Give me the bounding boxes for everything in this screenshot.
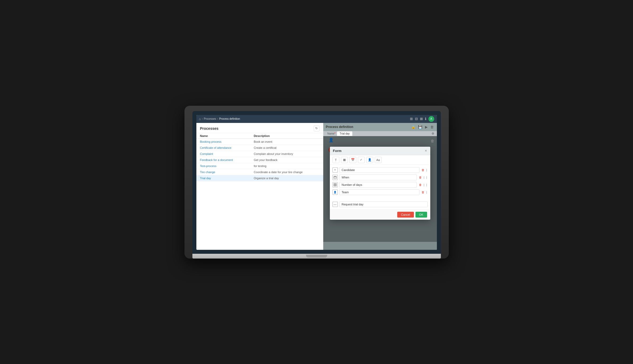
process-name: Complaint <box>200 152 254 155</box>
field-row-when: 🗑 | | <box>332 174 428 180</box>
field-move-icon[interactable]: | <box>426 190 428 194</box>
field-row-team: 👤 🗑 | <box>332 189 428 195</box>
home-icon[interactable]: ⌂ <box>199 117 201 121</box>
field-actions: 🗑 | <box>421 168 428 172</box>
svg-rect-5 <box>335 183 336 185</box>
breadcrumb-area: ⌂ › Processes › Process definition <box>199 117 240 121</box>
modal-title: Form <box>333 149 342 153</box>
when-field-input[interactable] <box>339 174 417 180</box>
process-desc: Complain about your inventory <box>254 152 320 155</box>
table-row[interactable]: Feedback for a document Get your feedbac… <box>196 157 323 163</box>
breadcrumb-processes-link[interactable]: Processes <box>204 117 216 120</box>
process-name: Certificate of attendance <box>200 146 254 149</box>
field-type-user-icon: 👤 <box>332 190 338 195</box>
form-modal: Form × T ▦ 📅 ✓ 👤 Aa <box>330 147 430 220</box>
col-name-header: Name <box>200 134 254 137</box>
table-row[interactable]: Tire change Coordinate a date for your t… <box>196 169 323 175</box>
top-bar-right: ⊞ ⊟ ⊠ ℹ A <box>410 116 434 122</box>
team-field-input[interactable] <box>339 189 419 195</box>
field-move-icon[interactable]: | <box>423 175 425 179</box>
modal-body: T 🗑 | <box>330 165 430 209</box>
submit-field-input[interactable] <box>339 201 428 207</box>
breadcrumb: ⌂ › Processes › Process definition <box>199 117 240 121</box>
process-name: Trial day <box>200 177 254 180</box>
modal-footer: Cancel OK <box>330 209 430 220</box>
table-row[interactable]: Certificate of attendance Create a certi… <box>196 145 323 151</box>
processes-title: Processes <box>200 126 219 131</box>
process-name-tab[interactable]: Trial day <box>337 131 352 136</box>
svg-rect-4 <box>334 183 335 185</box>
table-header: Name Description <box>196 133 323 139</box>
user-avatar[interactable]: A <box>428 116 434 122</box>
ok-button[interactable]: OK <box>415 212 427 218</box>
modal-toolbar: T ▦ 📅 ✓ 👤 Aa <box>330 155 430 165</box>
field-delete-icon[interactable]: 🗑 <box>421 168 425 172</box>
refresh-button[interactable]: ↻ <box>314 126 320 131</box>
config-icon[interactable]: ⚙ <box>432 132 434 135</box>
toolbar-text-icon[interactable]: T <box>332 157 339 163</box>
field-move-icon[interactable]: | <box>426 168 428 172</box>
col-desc-header: Description <box>254 134 320 137</box>
table-row[interactable]: Complaint Complain about your inventory <box>196 151 323 157</box>
sep1-icon: › <box>202 117 203 120</box>
process-desc: for testing <box>254 164 320 168</box>
save-icon[interactable]: 💾 <box>418 125 423 130</box>
process-definition-panel: Process definition 🔒 💾 ▶ 🗑 Name* <box>323 123 437 250</box>
process-desc: Get your feedback <box>254 158 320 162</box>
svg-rect-7 <box>335 185 336 186</box>
table-row[interactable]: Test-process for testing <box>196 163 323 169</box>
grid-icon[interactable]: ⊞ <box>410 117 413 121</box>
processes-header: Processes ↻ <box>196 123 323 133</box>
svg-rect-6 <box>334 185 335 186</box>
field-actions: 🗑 | | <box>418 175 428 179</box>
field-row-candidate: T 🗑 | <box>332 167 428 173</box>
process-def-actions: 🔒 💾 ▶ 🗑 <box>411 125 434 130</box>
field-actions: 🗑 | <box>421 190 428 194</box>
play-icon[interactable]: ▶ <box>424 125 428 130</box>
process-desc: Create a certificat <box>254 146 320 149</box>
number-of-days-field-input[interactable] <box>339 182 417 188</box>
processes-panel: Processes ↻ Name Description Booking pro… <box>196 123 323 250</box>
field-settings-icon[interactable]: | <box>426 183 428 187</box>
modal-header: Form × <box>330 147 430 155</box>
svg-rect-0 <box>334 176 336 179</box>
info-icon[interactable]: ℹ <box>425 117 426 121</box>
table-row[interactable]: Booking process Book an event <box>196 139 323 145</box>
toolbar-text-aa-icon[interactable]: Aa <box>375 157 382 163</box>
close-icon[interactable]: ⊠ <box>420 117 423 121</box>
modal-close-button[interactable]: × <box>425 149 427 153</box>
process-name: Booking process <box>200 140 254 143</box>
process-desc: Organize a trial day <box>254 177 320 180</box>
field-delete-icon[interactable]: 🗑 <box>418 175 422 179</box>
breadcrumb-current: Process definition <box>219 117 240 120</box>
process-name: Test-process <box>200 164 254 168</box>
table-row[interactable]: Trial day Organize a trial day <box>196 175 323 181</box>
toolbar-check-icon[interactable]: ✓ <box>358 157 365 163</box>
lock-icon[interactable]: 🔒 <box>411 125 416 130</box>
field-move-icon[interactable]: | <box>423 183 425 187</box>
field-type-calendar-icon <box>332 175 338 180</box>
process-name: Tire change <box>200 171 254 174</box>
process-def-title: Process definition <box>326 125 353 129</box>
modal-overlay: Form × T ▦ 📅 ✓ 👤 Aa <box>323 136 437 242</box>
main-content: Processes ↻ Name Description Booking pro… <box>196 123 437 250</box>
candidate-field-input[interactable] <box>339 167 419 173</box>
field-delete-icon[interactable]: 🗑 <box>418 183 422 187</box>
minus-icon[interactable]: ⊟ <box>415 117 418 121</box>
field-row-number-of-days: 🗑 | | <box>332 182 428 188</box>
process-def-canvas: 👤 🗑 Form × <box>323 136 437 242</box>
toolbar-user-icon[interactable]: 👤 <box>366 157 373 163</box>
field-type-grid-icon <box>332 182 338 187</box>
field-type-text-icon: T <box>332 167 338 173</box>
processes-table: Name Description Booking process Book an… <box>196 133 323 181</box>
process-def-tab-bar: Name* Trial day ⚙ <box>323 131 437 136</box>
cancel-button[interactable]: Cancel <box>397 212 414 218</box>
toolbar-table-icon[interactable]: ▦ <box>341 157 348 163</box>
field-settings-icon[interactable]: | <box>426 175 428 179</box>
toolbar-calendar-icon[interactable]: 📅 <box>349 157 356 163</box>
process-name: Feedback for a document <box>200 158 254 162</box>
top-bar: ⌂ › Processes › Process definition ⊞ ⊟ ⊠… <box>196 115 437 123</box>
submit-type-icon: — <box>332 202 338 207</box>
field-delete-icon[interactable]: 🗑 <box>421 190 425 194</box>
delete-icon[interactable]: 🗑 <box>430 125 434 130</box>
